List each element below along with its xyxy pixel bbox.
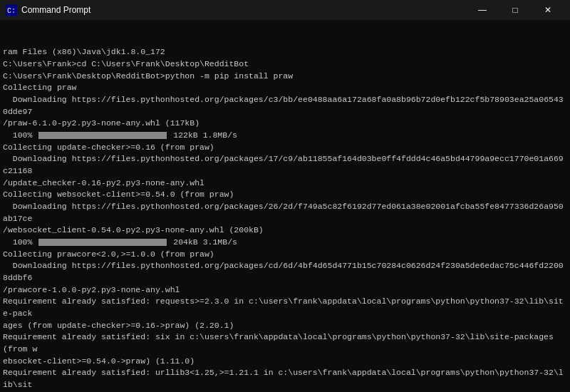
title-bar: C: Command Prompt — □ ✕ — [0, 0, 570, 20]
console-line: Collecting websocket-client>=0.54.0 (fro… — [3, 189, 567, 201]
console-line: Collecting update-checker>=0.16 (from pr… — [3, 142, 567, 154]
console-line: C:\Users\Frank>cd C:\Users\Frank\Desktop… — [3, 58, 567, 71]
console-line: 100% 122kB 1.8MB/s — [3, 130, 567, 142]
console-line: Downloading https://files.pythonhosted.o… — [3, 260, 567, 284]
console-line: /update_checker-0.16-py2.py3-none-any.wh… — [3, 177, 567, 190]
console-line: Downloading https://files.pythonhosted.o… — [3, 201, 567, 225]
console-line: Requirement already satisfied: six in c:… — [3, 331, 567, 355]
console-line: /prawcore-1.0.0-py2.py3-none-any.whl — [3, 284, 567, 296]
cmd-icon: C: — [6, 4, 17, 16]
console-line: Collecting praw — [3, 82, 567, 94]
window-title: Command Prompt — [21, 5, 90, 15]
console-line: 100% 204kB 3.1MB/s — [3, 237, 567, 249]
svg-text:C:: C: — [7, 7, 16, 15]
progress-bar — [38, 239, 167, 246]
console-line: /websocket_client-0.54.0-py2.py3-none-an… — [3, 225, 567, 237]
console-line: ebsocket-client>=0.54.0->praw) (1.11.0) — [3, 356, 567, 368]
cmd-window: C: Command Prompt — □ ✕ ram Files (x86)\… — [0, 0, 570, 392]
console-line: Requirement already satisfied: urllib3<1… — [3, 367, 567, 391]
console-line: /praw-6.1.0-py2.py3-none-any.whl (117kB) — [3, 118, 567, 130]
console-line: Requirement already satisfied: requests>… — [3, 296, 567, 319]
console-line: Collecting prawcore<2.0,>=1.0.0 (from pr… — [3, 249, 567, 261]
title-bar-left: C: Command Prompt — [6, 4, 90, 16]
minimize-button[interactable]: — — [466, 0, 499, 20]
close-button[interactable]: ✕ — [532, 0, 564, 20]
console-line: ages (from update-checker>=0.16->praw) (… — [3, 320, 567, 332]
progress-bar — [38, 132, 167, 139]
console-line: ram Files (x86)\Java\jdk1.8.0_172 — [3, 46, 567, 58]
console-line: Downloading https://files.pythonhosted.o… — [3, 94, 567, 118]
window-controls: — □ ✕ — [466, 0, 564, 20]
maximize-button[interactable]: □ — [499, 0, 532, 20]
console-line: Downloading https://files.pythonhosted.o… — [3, 153, 567, 177]
console-line: C:\Users\Frank\Desktop\RedditBot>python … — [3, 71, 567, 83]
console-output: ram Files (x86)\Java\jdk1.8.0_172C:\User… — [0, 20, 570, 392]
